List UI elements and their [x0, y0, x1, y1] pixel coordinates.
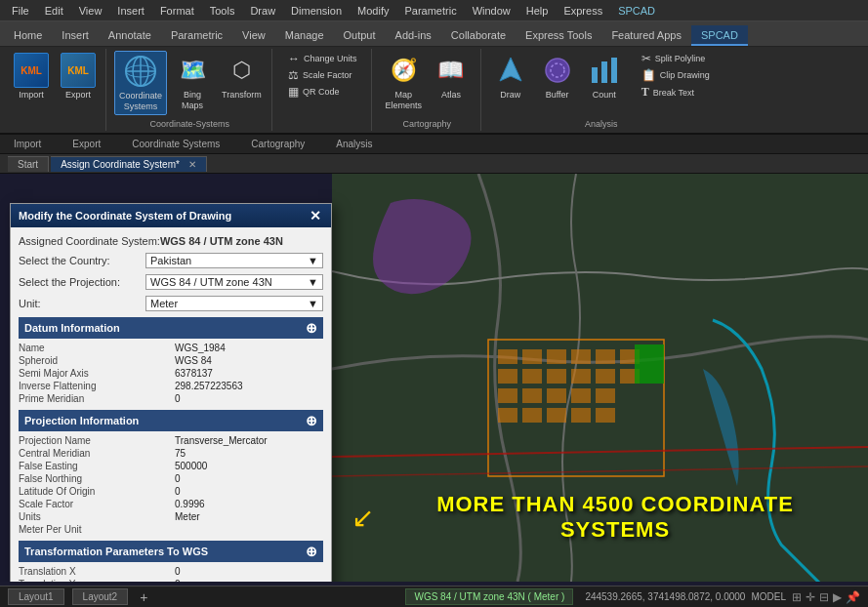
projection-select[interactable]: WGS 84 / UTM zone 43N ▼ [145, 274, 323, 290]
break-text-button[interactable]: T Break Text [638, 84, 714, 101]
menu-draw[interactable]: Draw [242, 3, 283, 19]
datum-prime-label: Prime Meridian [19, 393, 167, 404]
menu-window[interactable]: Window [465, 3, 518, 19]
change-units-button[interactable]: ↔ Change Units [284, 51, 361, 66]
tab-output[interactable]: Output [334, 25, 386, 46]
map-elements-button[interactable]: 🧭 MapElements [381, 51, 426, 113]
tab-view[interactable]: View [232, 25, 275, 46]
tab-collaborate[interactable]: Collaborate [441, 25, 516, 46]
map-overlay-text: MORE THAN 4500 COORDINATE SYSTEMS [382, 492, 848, 543]
tab-start[interactable]: Start [8, 156, 49, 172]
coordinate-system-status-label: WGS 84 / UTM zone 43N ( Meter ) [414, 591, 564, 602]
sec-coordinate-systems[interactable]: Coordinate Systems [126, 139, 226, 149]
tab-assign-coordinate[interactable]: Assign Coordinate System* ✕ [51, 156, 207, 172]
bing-maps-button[interactable]: 🗺️ BingMaps [171, 51, 214, 113]
transformation-section: Transformation Parameters To WGS ⊕ [19, 541, 323, 562]
svg-rect-34 [596, 408, 615, 423]
count-button[interactable]: Count [583, 51, 626, 101]
menu-modify[interactable]: Modify [350, 3, 396, 19]
datum-inverse-label: Inverse Flattening [19, 381, 167, 391]
atlas-button[interactable]: 📖 Atlas [430, 51, 473, 101]
datum-name-label: Name [19, 343, 167, 353]
draw-svg [494, 54, 527, 87]
transformation-expand-icon[interactable]: ⊕ [306, 544, 317, 559]
tab-spcad[interactable]: SPCAD [691, 25, 748, 46]
scale-factor-label: Scale Factor [303, 70, 352, 80]
dialog-body: Assigned Coordinate System: WGS 84 / UTM… [11, 227, 331, 582]
add-layout-button[interactable]: + [140, 589, 147, 605]
unit-dropdown-icon: ▼ [308, 298, 318, 309]
tab-parametric[interactable]: Parametric [161, 25, 232, 46]
import-button[interactable]: KML Import [10, 51, 53, 101]
analysis-group-label: Analysis [483, 119, 720, 129]
menu-file[interactable]: File [4, 3, 37, 19]
tab-home[interactable]: Home [4, 25, 52, 46]
projection-expand-icon[interactable]: ⊕ [306, 413, 317, 428]
tab-manage[interactable]: Manage [275, 25, 334, 46]
menu-help[interactable]: Help [518, 3, 557, 19]
coordinate-systems-group-label: coordinate-systems [108, 119, 271, 129]
menu-view[interactable]: View [71, 3, 110, 19]
layout1-tab[interactable]: Layout1 [8, 588, 64, 605]
proj-central-value: 75 [175, 448, 323, 459]
atlas-icon: 📖 [434, 53, 469, 88]
dialog-close-button[interactable]: ✕ [308, 208, 323, 223]
trans-x-label: Translation X [19, 566, 167, 577]
country-label: Select the Country: [19, 255, 145, 266]
clip-drawing-button[interactable]: 📋 Clip Drawing [638, 67, 714, 83]
transformation-grid: Translation X 0 Translation Y 0 Translat… [19, 566, 323, 582]
coordinate-systems-button[interactable]: CoordinateSystems [114, 51, 167, 115]
svg-rect-23 [596, 369, 615, 384]
tab-insert[interactable]: Insert [52, 25, 99, 46]
pin-icon[interactable]: 📌 [846, 590, 860, 604]
datum-section-label: Datum Information [24, 322, 120, 334]
buffer-svg [541, 54, 574, 87]
menu-dimension[interactable]: Dimension [283, 3, 350, 19]
datum-expand-icon[interactable]: ⊕ [306, 320, 317, 336]
coordinate-systems-icon [123, 54, 158, 89]
split-polyline-label: Split Polyline [655, 54, 706, 63]
proj-name-label: Projection Name [19, 435, 167, 446]
sec-import[interactable]: Import [8, 139, 47, 149]
draw-button[interactable]: Draw [489, 51, 532, 101]
menu-insert[interactable]: Insert [109, 3, 152, 19]
menu-tools[interactable]: Tools [202, 3, 243, 19]
export-button[interactable]: KML Export [57, 51, 100, 101]
sec-cartography[interactable]: Cartography [245, 139, 310, 149]
ribbon-secondary: Import Export Coordinate Systems Cartogr… [0, 135, 868, 154]
menu-spcad[interactable]: SPCAD [610, 3, 663, 19]
tab-annotate[interactable]: Annotate [99, 25, 161, 46]
menu-edit[interactable]: Edit [37, 3, 71, 19]
snap-icon[interactable]: ✛ [806, 590, 815, 604]
break-text-icon: T [641, 85, 649, 100]
country-select-value: Pakistan [150, 255, 191, 266]
split-polyline-button[interactable]: ✂ Split Polyline [638, 51, 714, 66]
dialog-titlebar: Modify the Coordinate System of Drawing … [11, 204, 331, 227]
sec-export[interactable]: Export [66, 139, 106, 149]
menu-format[interactable]: Format [152, 3, 202, 19]
proj-false-northing-label: False Northing [19, 473, 167, 484]
nav-icon[interactable]: ▶ [833, 590, 842, 604]
unit-select[interactable]: Meter ▼ [145, 296, 323, 311]
tab-close-icon[interactable]: ✕ [188, 159, 196, 170]
qr-code-button[interactable]: ▦ QR Code [284, 84, 361, 100]
menu-parametric[interactable]: Parametric [396, 3, 464, 19]
tab-featured-apps[interactable]: Featured Apps [601, 25, 691, 46]
tab-express-tools[interactable]: Express Tools [516, 25, 601, 46]
clip-drawing-icon: 📋 [641, 68, 656, 82]
transform-button[interactable]: ⬡ Transform [218, 51, 266, 101]
svg-rect-28 [571, 388, 591, 403]
tab-addins[interactable]: Add-ins [386, 25, 441, 46]
sec-analysis[interactable]: Analysis [330, 139, 378, 149]
ortho-icon[interactable]: ⊟ [819, 590, 829, 604]
menu-express[interactable]: Express [556, 3, 610, 19]
country-select[interactable]: Pakistan ▼ [145, 253, 323, 268]
import-label: Import [19, 90, 44, 100]
break-text-label: Break Text [653, 88, 694, 98]
buffer-button[interactable]: Buffer [536, 51, 579, 101]
grid-icon[interactable]: ⊞ [792, 590, 802, 604]
coordinate-system-status[interactable]: WGS 84 / UTM zone 43N ( Meter ) [405, 588, 573, 605]
assigned-cs-field: Assigned Coordinate System: WGS 84 / UTM… [19, 235, 323, 247]
scale-factor-button[interactable]: ⚖ Scale Factor [284, 67, 361, 83]
layout2-tab[interactable]: Layout2 [72, 588, 129, 605]
